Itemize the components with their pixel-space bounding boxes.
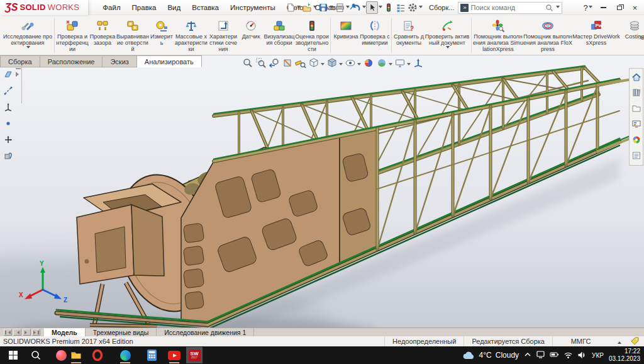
units-selector[interactable]: ММГС — [552, 336, 609, 346]
ribbon-item-mass-properties[interactable]: Массовые характеристики — [174, 16, 208, 55]
ribbon-overflow-chevron[interactable]: » — [639, 33, 642, 42]
next-tab-button[interactable] — [23, 329, 31, 336]
apply-scene-icon[interactable] — [375, 57, 388, 69]
options-gear-button[interactable] — [406, 1, 418, 14]
file-explorer-taskbar-icon[interactable] — [68, 347, 84, 363]
coordinate-axes-icon[interactable] — [3, 102, 13, 113]
minimize-button[interactable] — [596, 1, 611, 14]
last-tab-button[interactable] — [32, 329, 40, 336]
tab-motion-study[interactable]: Исследование движения 1 — [157, 328, 254, 336]
view-settings-dropdown[interactable] — [407, 63, 411, 67]
ribbon-item-compare-documents[interactable]: ? Сравнить документы — [393, 16, 425, 55]
save-button[interactable] — [317, 1, 329, 14]
select-button[interactable] — [366, 1, 378, 14]
file-explorer-icon[interactable] — [631, 119, 641, 130]
edge-icon[interactable] — [117, 347, 133, 363]
apply-scene-dropdown[interactable] — [389, 63, 392, 67]
menu-file[interactable]: Файл — [97, 1, 126, 14]
ribbon-item-simulationxpress[interactable]: Помощник выполнения анализа SimulationXp… — [473, 16, 523, 55]
graphics-area[interactable]: X Y Z Сборка Расположение Эскиз Анализир… — [0, 55, 644, 327]
origin-icon[interactable] — [3, 135, 13, 146]
command-search-input[interactable] — [470, 4, 543, 11]
start-button[interactable] — [5, 347, 21, 363]
zoom-to-fit-icon[interactable] — [242, 57, 254, 69]
ribbon-item-assembly-visualization[interactable]: Визуализация сборки — [264, 16, 295, 55]
reference-plane-icon[interactable] — [3, 69, 13, 81]
previous-tab-button[interactable] — [13, 329, 21, 336]
tab-assembly[interactable]: Сборка — [0, 55, 40, 67]
opera-icon[interactable] — [89, 347, 106, 363]
document-properties-button[interactable] — [394, 1, 406, 14]
help-button[interactable]: ? — [580, 1, 596, 14]
reference-point-icon[interactable] — [3, 118, 13, 130]
color-app-icon[interactable] — [53, 347, 69, 363]
print-button[interactable] — [333, 1, 345, 14]
edit-appearance-icon[interactable] — [362, 57, 375, 69]
design-library-icon[interactable] — [631, 103, 641, 115]
menu-view[interactable]: Вид — [162, 1, 186, 14]
restore-button[interactable] — [611, 1, 627, 14]
hide-show-dropdown[interactable] — [357, 63, 361, 67]
language-indicator[interactable]: УКР — [592, 352, 604, 359]
weather-widget[interactable]: 4°CCloudy — [462, 350, 519, 360]
assembly-feature-icon[interactable] — [3, 151, 13, 162]
ribbon-item-driveworksxpress[interactable]: Pw Мастер DriveWorksXpress — [572, 16, 620, 55]
hide-show-items-icon[interactable] — [344, 57, 357, 69]
tab-layout[interactable]: Расположение — [40, 55, 103, 67]
sketch-line-icon[interactable] — [3, 86, 13, 97]
taskbar-clock[interactable]: 17:22 03.12.2023 — [609, 348, 640, 363]
ribbon-item-design-study[interactable]: Исследование проектирования — [3, 16, 53, 55]
ribbon-item-curvature[interactable]: Кривизна — [332, 16, 360, 55]
ribbon-item-check-active-document[interactable]: Проверить активный документ — [425, 16, 470, 55]
display-tray-icon[interactable] — [536, 350, 545, 360]
ribbon-item-section-properties[interactable]: Характеристики сечения — [208, 16, 238, 55]
battery-icon[interactable] — [550, 351, 559, 360]
view-orientation-dropdown[interactable] — [321, 63, 325, 67]
units-dropdown-icon[interactable] — [618, 339, 621, 344]
display-style-dropdown[interactable] — [339, 63, 343, 67]
menu-insert[interactable]: Вставка — [186, 1, 225, 14]
section-view-icon[interactable] — [281, 57, 294, 69]
ribbon-item-hole-alignment[interactable]: Выравнивание отверстий — [116, 16, 149, 55]
home-icon[interactable] — [631, 72, 641, 83]
new-document-button[interactable] — [284, 1, 296, 14]
zoom-to-area-icon[interactable] — [255, 57, 267, 69]
view-orientation-icon[interactable] — [308, 57, 320, 69]
open-document-button[interactable] — [301, 1, 313, 14]
solidworks-resources-icon[interactable] — [631, 88, 641, 99]
options-dropdown[interactable] — [419, 6, 423, 10]
tab-model[interactable]: Модель — [44, 328, 86, 336]
search-icon[interactable] — [545, 4, 553, 12]
dynamic-measure-icon[interactable] — [294, 57, 307, 69]
wifi-icon[interactable] — [564, 351, 573, 360]
view-settings-icon[interactable] — [394, 57, 406, 69]
calculator-icon[interactable] — [143, 347, 160, 363]
ribbon-item-performance-evaluation[interactable]: Оценка производительности — [295, 16, 329, 55]
ribbon-item-floxpress[interactable]: Помощник выполнения анализа FloXpress — [523, 16, 572, 55]
menu-edit[interactable]: Правка — [126, 1, 162, 14]
tab-3d-views[interactable]: Трехмерные виды — [86, 328, 157, 336]
ribbon-item-clearance-check[interactable]: Проверка зазора — [89, 16, 116, 55]
volume-icon[interactable] — [577, 351, 587, 360]
search-dropdown[interactable] — [556, 6, 560, 10]
solidworks-taskbar-icon[interactable]: SW2017 — [186, 347, 203, 363]
menu-tools[interactable]: Инструменты — [225, 1, 281, 14]
tab-sketch[interactable]: Эскиз — [103, 55, 136, 67]
youtube-icon[interactable] — [166, 347, 182, 363]
tray-expand-icon[interactable] — [524, 351, 531, 360]
undo-button[interactable] — [350, 1, 362, 14]
ribbon-item-sensor[interactable]: Датчик — [238, 16, 264, 55]
tree-expand-arrow-icon[interactable] — [16, 72, 21, 77]
search-pane-icon[interactable]: » — [460, 4, 469, 12]
ribbon-item-measure[interactable]: Измерить — [149, 16, 174, 55]
close-button[interactable]: × — [627, 1, 643, 14]
tag-icon[interactable] — [630, 336, 644, 346]
appearances-scenes-icon[interactable] — [631, 135, 641, 146]
custom-properties-icon[interactable] — [631, 151, 641, 162]
display-style-icon[interactable] — [326, 57, 338, 69]
taskbar-search-icon[interactable] — [28, 347, 44, 363]
rebuild-button[interactable] — [382, 1, 394, 14]
previous-view-icon[interactable] — [268, 57, 280, 69]
tab-evaluate[interactable]: Анализировать — [137, 55, 202, 67]
ribbon-item-interference-check[interactable]: Проверка интерференции — [56, 16, 89, 55]
